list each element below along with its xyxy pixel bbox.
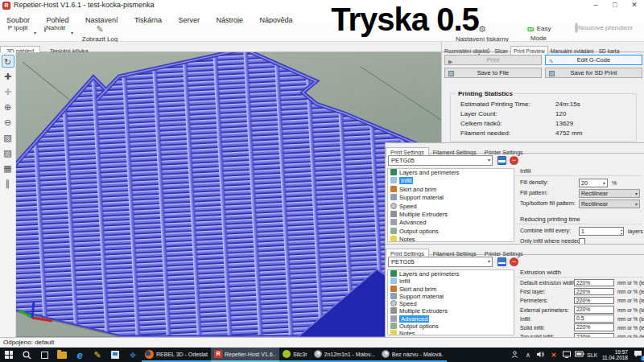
- stat-value: 120: [555, 110, 566, 117]
- category-skirt-and-brim[interactable]: Skirt and brim: [388, 286, 514, 293]
- fill-density-input[interactable]: 20▾: [579, 179, 608, 187]
- stat-label: Celkem řádků:: [460, 120, 502, 127]
- move-object-button[interactable]: ✚: [2, 70, 14, 83]
- skirt-icon: [390, 286, 397, 292]
- search-button[interactable]: [18, 348, 35, 362]
- category-output-options[interactable]: Output options: [388, 323, 514, 330]
- category-support-material[interactable]: Support material: [388, 293, 514, 300]
- maximize-button[interactable]: □: [605, 0, 625, 11]
- solid-infill-input[interactable]: 220%: [574, 323, 614, 331]
- taskbar-repetier-host[interactable]: R Repetier-Host V1.6...: [211, 348, 279, 362]
- save-to-file-button[interactable]: Save to File: [444, 68, 542, 78]
- paint-tool-button[interactable]: ✎: [89, 348, 106, 362]
- fit-printer-button[interactable]: ∥: [2, 177, 14, 190]
- close-button[interactable]: ✕: [625, 0, 644, 11]
- default-extrusion-width-input[interactable]: 220%: [574, 279, 614, 287]
- category-layers-and-perimeters[interactable]: Layers and perimeters: [388, 270, 514, 278]
- zoom-in-button[interactable]: ⊕: [2, 101, 14, 113]
- language-indicator[interactable]: SLK: [586, 352, 599, 358]
- category-speed[interactable]: Speed: [388, 203, 514, 211]
- category-support-material[interactable]: Support material: [388, 194, 514, 202]
- print-button[interactable]: ▶ Print: [444, 55, 542, 65]
- load-button[interactable]: Nahrát: [40, 24, 69, 31]
- view-tabbar: 3D náhled Teplotní křivka: [0, 42, 441, 52]
- emergency-stop-button[interactable]: Nouzové přerušení: [568, 24, 639, 31]
- top-bottom-pattern-dropdown[interactable]: Rectilinear▾: [579, 200, 640, 208]
- profile-select[interactable]: PETG05 ▾: [388, 155, 493, 166]
- edit-gcode-button[interactable]: ✎ Edit G-Code: [545, 55, 642, 65]
- delete-profile-button[interactable]: −: [510, 156, 518, 165]
- category-notes[interactable]: Notes: [388, 236, 514, 242]
- edge-button[interactable]: e: [71, 348, 89, 362]
- fill-pattern-dropdown[interactable]: Rectilinear▾: [579, 189, 640, 198]
- taskbar-paint-2[interactable]: Bez názvu - Malová...: [378, 348, 447, 362]
- 3d-viewport[interactable]: ↻ ✚ ✚ ⊕ ⊖ ▧ ▨ ▦ ∥: [0, 52, 441, 337]
- settings-tabbar: Print SettingsFilament SettingsPrinter S…: [386, 245, 644, 255]
- pinned-app-button[interactable]: ❖: [124, 348, 142, 362]
- notification-center-button[interactable]: 1: [631, 350, 644, 360]
- save-profile-button[interactable]: [497, 257, 506, 266]
- extruders-icon: [390, 211, 397, 217]
- store-button[interactable]: [106, 348, 124, 362]
- isometric-view-button[interactable]: ▧: [2, 131, 14, 144]
- wrench-icon: [390, 219, 397, 225]
- combine-infill-label: Combine infill every:: [520, 228, 571, 233]
- category-infill[interactable]: Infill: [388, 278, 514, 285]
- stat-value: 4752 mm: [555, 130, 582, 137]
- minimize-button[interactable]: –: [586, 0, 605, 11]
- paint-icon: [314, 350, 322, 358]
- display-button[interactable]: [560, 351, 573, 360]
- file-explorer-button[interactable]: [53, 348, 71, 362]
- only-infill-checkbox[interactable]: [579, 238, 585, 244]
- spinner-arrows[interactable]: ▴▾: [621, 228, 622, 236]
- load-caret-icon[interactable]: ▾: [71, 30, 73, 35]
- profile-select[interactable]: PETG05 ▾: [388, 257, 493, 267]
- easy-mode-button[interactable]: EASY Easy Mode: [518, 24, 559, 42]
- hidden-icons-button[interactable]: ∧: [522, 352, 535, 359]
- print-preview-scene: [16, 52, 441, 337]
- preview-tabbar: Rozmístění objektůSlicerPrint PreviewMan…: [442, 42, 644, 52]
- category-infill[interactable]: Infill: [388, 177, 514, 185]
- move-viewpoint-button[interactable]: ✚: [2, 85, 14, 98]
- folder-icon: [57, 352, 67, 359]
- external-perimeters-input[interactable]: 220%: [574, 306, 614, 314]
- taskbar-slic3r[interactable]: Slic3r: [279, 348, 311, 362]
- connect-button[interactable]: Připojit: [3, 24, 32, 31]
- delete-profile-button[interactable]: −: [510, 257, 518, 266]
- category-output-options[interactable]: Output options: [388, 228, 514, 236]
- taskbar-paint-1[interactable]: 2n12m1n1 - Malov...: [311, 348, 378, 362]
- zoom-out-button[interactable]: ⊖: [2, 116, 14, 129]
- connect-caret-icon[interactable]: ▾: [34, 30, 36, 35]
- people-button[interactable]: [509, 351, 522, 360]
- perimeters-input[interactable]: 220%: [574, 297, 614, 305]
- fit-objects-button[interactable]: ▦: [2, 162, 14, 175]
- save-profile-button[interactable]: [497, 156, 506, 165]
- combine-infill-input[interactable]: 1▴▾: [579, 227, 624, 236]
- infill-width-input[interactable]: 0.5: [574, 315, 614, 323]
- task-view-button[interactable]: [35, 348, 53, 362]
- clock[interactable]: 19:57 11.04.2018: [599, 349, 631, 361]
- front-view-button[interactable]: ▨: [2, 146, 14, 159]
- show-log-button[interactable]: ✎ Zobrazit Log: [77, 24, 122, 43]
- rotate-view-button[interactable]: ↻: [2, 55, 14, 68]
- volume-button[interactable]: [535, 351, 547, 360]
- firefox-icon: [145, 350, 154, 359]
- speed-icon: [390, 203, 397, 209]
- start-button[interactable]: [0, 348, 18, 362]
- antivirus-icon[interactable]: ✕: [547, 352, 560, 359]
- save-for-sd-button[interactable]: Save for SD Print: [545, 68, 642, 78]
- battery-icon: [575, 351, 584, 357]
- category-multiple-extruders[interactable]: Multiple Extruders: [388, 211, 514, 219]
- category-advanced[interactable]: Advanced: [388, 315, 514, 323]
- windows-logo-icon: [5, 351, 13, 359]
- first-layer-input[interactable]: 220%: [574, 288, 614, 296]
- category-layers-and-perimeters[interactable]: Layers and perimeters: [388, 169, 514, 177]
- category-speed[interactable]: Speed: [388, 300, 514, 307]
- battery-button[interactable]: [573, 351, 586, 359]
- category-advanced[interactable]: Advanced: [388, 219, 514, 227]
- taskbar-firefox[interactable]: REBEL 3D - Odeslat...: [142, 348, 211, 362]
- category-skirt-and-brim[interactable]: Skirt and brim: [388, 186, 514, 194]
- category-notes[interactable]: Notes: [388, 330, 514, 335]
- category-multiple-extruders[interactable]: Multiple Extruders: [388, 307, 514, 315]
- printing-statistics-group: Printing Statistics Estimated Printing T…: [450, 93, 637, 142]
